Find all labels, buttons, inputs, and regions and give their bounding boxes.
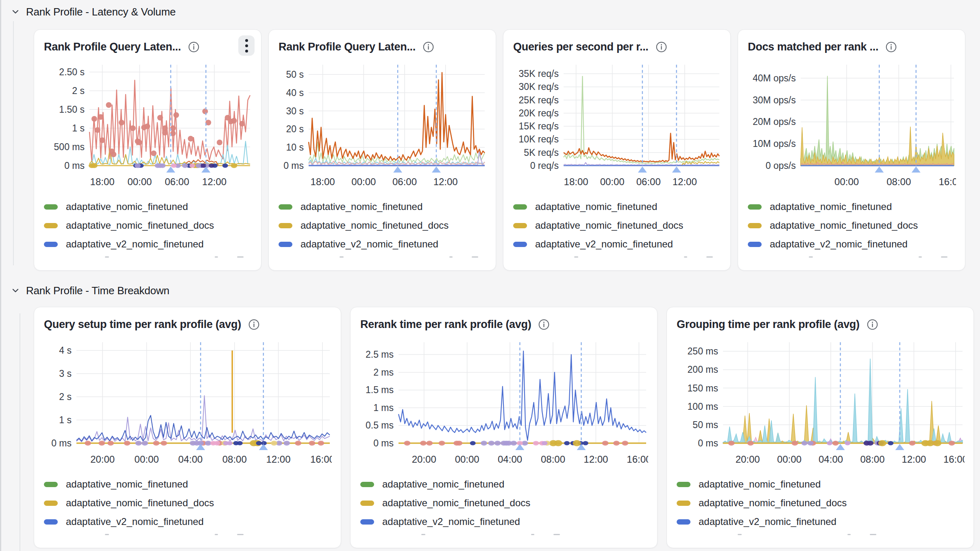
x-axis-tick: 12:00	[584, 454, 608, 465]
x-axis-tick: 06:00	[392, 176, 417, 187]
y-axis-tick: 0 ms	[698, 438, 718, 448]
x-axis-tick: 08:00	[886, 176, 911, 187]
section-collapse-toggle[interactable]	[11, 8, 20, 16]
y-axis-tick: 0 ms	[64, 160, 85, 171]
chevron-down-icon	[11, 286, 20, 295]
info-icon[interactable]	[886, 42, 897, 52]
legend-item[interactable]: adaptative_v2_nomic_finetuned	[360, 512, 647, 531]
legend-item[interactable]: adaptative_nomic_finetuned_docs	[677, 494, 964, 512]
latency-salmon-line	[89, 80, 250, 161]
legend-color-pill	[513, 242, 527, 247]
panel-title: Grouping time per rank profile (avg)	[677, 318, 860, 331]
y-axis-tick: 30 s	[286, 106, 304, 116]
annotation-marker	[875, 166, 884, 173]
x-axis-tick: 12:00	[266, 454, 290, 465]
legend-item[interactable]: adaptative_v2_nomic_finetuned	[748, 235, 955, 254]
legend-item[interactable]: adaptative_nomic_finetuned_docs	[513, 216, 721, 235]
panel-title: Docs matched per rank ...	[748, 41, 878, 53]
legend-item[interactable]: adaptative_nomic_finetuned	[748, 197, 955, 216]
y-axis-tick: 4 s	[59, 345, 72, 356]
kebab-menu-icon[interactable]	[238, 35, 255, 56]
legend-item-clipped	[44, 531, 331, 536]
section-guide-line	[20, 313, 20, 551]
panel-title: Query setup time per rank profile (avg)	[44, 318, 241, 331]
time-series-chart[interactable]: 250 ms200 ms150 ms100 ms50 ms0 ms20:0000…	[677, 337, 965, 472]
legend-item[interactable]: adaptative_nomic_finetuned	[279, 197, 486, 216]
legend-item[interactable]: adaptative_v2_nomic_finetuned	[279, 235, 486, 254]
legend-color-pill	[677, 482, 690, 487]
info-icon[interactable]	[188, 42, 199, 52]
legend: adaptative_nomic_finetunedadaptative_nom…	[513, 197, 721, 258]
time-series-chart[interactable]: 50 s40 s30 s20 s10 s0 ms18:0000:0006:001…	[279, 60, 487, 194]
legend: adaptative_nomic_finetunedadaptative_nom…	[279, 197, 486, 258]
x-axis-tick: 04:00	[819, 454, 843, 465]
y-axis-tick: 10M ops/s	[753, 138, 796, 149]
legend-item-label: adaptative_nomic_finetuned	[535, 201, 657, 212]
time-series-chart[interactable]: 4 s3 s2 s1 s0 ms20:0000:0004:0008:0012:0…	[44, 337, 332, 472]
legend-item-label: adaptative_nomic_finetuned	[382, 479, 504, 490]
legend-color-pill	[44, 519, 58, 525]
legend-item[interactable]: adaptative_nomic_finetuned	[44, 197, 251, 216]
info-icon[interactable]	[867, 319, 878, 330]
legend-item[interactable]: adaptative_nomic_finetuned_docs	[360, 494, 647, 512]
y-axis-tick: 25K req/s	[519, 95, 559, 105]
legend-item[interactable]: adaptative_nomic_finetuned	[677, 475, 964, 494]
x-axis-tick: 00:00	[600, 176, 625, 187]
x-axis-tick: 00:00	[455, 454, 479, 465]
legend-item[interactable]: adaptative_nomic_finetuned	[513, 197, 721, 216]
y-axis-tick: 10 s	[286, 142, 304, 153]
legend-item[interactable]: adaptative_nomic_finetuned_docs	[44, 494, 331, 512]
info-icon[interactable]	[538, 319, 549, 330]
legend-color-pill	[748, 204, 762, 210]
y-axis-tick: 20K req/s	[519, 108, 559, 118]
panel-title: Queries per second per r...	[513, 41, 649, 53]
legend-item[interactable]: adaptative_v2_nomic_finetuned	[44, 235, 251, 254]
chart-panel: Rank Profile Query Laten...50 s40 s30 s2…	[268, 29, 496, 271]
info-icon[interactable]	[423, 42, 434, 52]
time-series-chart[interactable]: 2.5 ms2 ms1.5 ms1 ms0.5 ms0 ms20:0000:00…	[360, 337, 648, 472]
x-axis-tick: 12:00	[673, 176, 697, 187]
legend-item-label: adaptative_v2_nomic_finetuned	[301, 238, 438, 250]
legend-item-label: adaptative_nomic_finetuned	[301, 201, 422, 212]
qps-green-line	[564, 77, 719, 164]
legend-item-clipped	[513, 254, 721, 258]
section-collapse-toggle[interactable]	[11, 286, 20, 295]
legend-item[interactable]: adaptative_nomic_finetuned_docs	[279, 216, 486, 235]
legend-item[interactable]: adaptative_nomic_finetuned	[44, 475, 331, 494]
y-axis-tick: 40M ops/s	[753, 73, 796, 83]
x-axis-tick: 00:00	[834, 176, 859, 187]
info-icon[interactable]	[656, 42, 667, 52]
legend-item[interactable]: adaptative_nomic_finetuned_docs	[44, 216, 251, 235]
x-axis-tick: 08:00	[860, 454, 885, 465]
panel-row: Query setup time per rank profile (avg)4…	[34, 307, 980, 548]
x-axis-tick: 12:00	[202, 176, 226, 187]
max-orange-line	[309, 72, 485, 160]
legend-item[interactable]: adaptative_nomic_finetuned	[360, 475, 647, 494]
legend-item[interactable]: adaptative_v2_nomic_finetuned	[44, 512, 331, 531]
legend-item[interactable]: adaptative_v2_nomic_finetuned	[513, 235, 721, 254]
section-header: Rank Profile - Latency & Volume	[0, 4, 980, 20]
setup-purple-line	[76, 396, 330, 442]
panel-header: Docs matched per rank ...	[748, 39, 955, 55]
x-axis-tick: 04:00	[178, 454, 203, 465]
legend: adaptative_nomic_finetunedadaptative_nom…	[748, 197, 955, 258]
x-axis-tick: 00:00	[135, 454, 159, 465]
time-series-chart[interactable]: 35K req/s30K req/s25K req/s20K req/s15K …	[513, 60, 721, 194]
time-series-chart[interactable]: 40M ops/s30M ops/s20M ops/s10M ops/s0 op…	[748, 60, 956, 194]
time-series-chart[interactable]: 2.50 s2 s1.50 s1 s500 ms0 ms18:0000:0006…	[44, 60, 252, 194]
legend-item[interactable]: adaptative_v2_nomic_finetuned	[677, 512, 964, 531]
y-axis-tick: 500 ms	[54, 142, 85, 152]
chevron-down-icon	[11, 8, 20, 16]
legend: adaptative_nomic_finetunedadaptative_nom…	[44, 475, 331, 536]
annotation-marker	[672, 166, 681, 173]
legend-item[interactable]: adaptative_nomic_finetuned_docs	[748, 216, 955, 235]
section-title: Rank Profile - Time Breakdown	[26, 284, 170, 297]
legend-item-label: adaptative_nomic_finetuned_docs	[770, 220, 918, 231]
info-icon[interactable]	[248, 319, 259, 330]
y-axis-tick: 50 s	[286, 69, 304, 80]
legend: adaptative_nomic_finetunedadaptative_nom…	[44, 197, 251, 258]
x-axis-tick: 00:00	[351, 176, 376, 187]
legend-item-label: adaptative_v2_nomic_finetuned	[382, 516, 520, 527]
x-axis-tick: 16:00	[310, 454, 332, 465]
legend-color-pill	[677, 519, 690, 525]
